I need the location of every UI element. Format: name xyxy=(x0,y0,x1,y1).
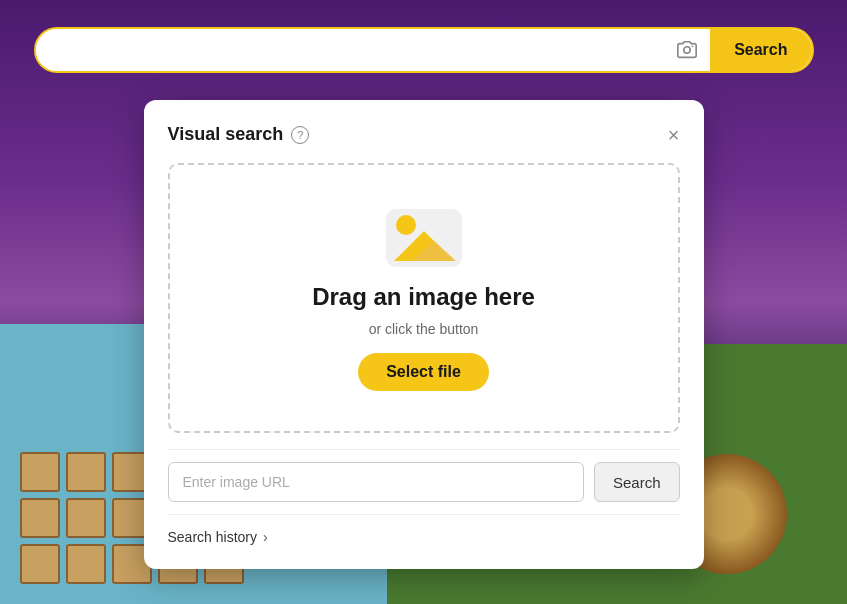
modal-header: Visual search ? × xyxy=(168,124,680,145)
help-icon[interactable]: ? xyxy=(291,126,309,144)
url-input[interactable] xyxy=(168,462,584,502)
or-text: or click the button xyxy=(369,321,479,337)
close-button[interactable]: × xyxy=(668,125,680,145)
mountain-svg xyxy=(384,205,464,269)
chevron-right-icon: › xyxy=(263,529,268,545)
modal-overlay: Visual search ? × Drag an image here or … xyxy=(0,0,847,604)
search-history-label: Search history xyxy=(168,529,257,545)
drop-zone[interactable]: Drag an image here or click the button S… xyxy=(168,163,680,433)
modal-title: Visual search xyxy=(168,124,284,145)
url-input-row: Search xyxy=(168,449,680,515)
visual-search-modal: Visual search ? × Drag an image here or … xyxy=(144,100,704,569)
url-search-button[interactable]: Search xyxy=(594,462,680,502)
modal-title-group: Visual search ? xyxy=(168,124,310,145)
drag-image-icon xyxy=(384,205,464,269)
search-history-row[interactable]: Search history › xyxy=(168,515,680,545)
select-file-button[interactable]: Select file xyxy=(358,353,489,391)
drag-text: Drag an image here xyxy=(312,283,535,311)
